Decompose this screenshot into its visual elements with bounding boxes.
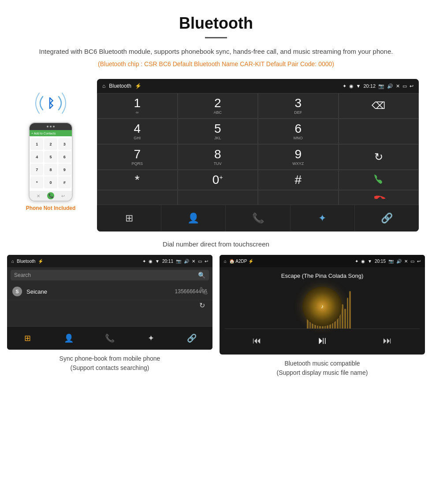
pb-spacer xyxy=(7,300,212,327)
svg-text:ᛒ: ᛒ xyxy=(47,97,55,110)
ms-app-name: 🏠 A2DP ⚡ xyxy=(229,259,253,264)
pb-right-call-icon[interactable]: 📞 xyxy=(199,287,208,295)
dial-key-8[interactable]: 8 TUV xyxy=(178,144,258,170)
refresh-key[interactable]: ↻ xyxy=(339,144,419,170)
ms-home-icon: ⌂ xyxy=(224,259,227,264)
dial-caption: Dial number direct from touchscreen xyxy=(0,236,432,255)
dial-key-2[interactable]: 2 ABC xyxy=(178,93,258,119)
phone-dial-area: 1 2 3 4 5 6 7 8 9 * 0 # xyxy=(30,136,72,191)
backspace-key[interactable]: ⌫ xyxy=(339,93,419,119)
vinyl-center: ♪ xyxy=(316,300,328,313)
phonebook-right-icons: 📞 ↻ xyxy=(199,287,208,310)
phonebook-contact-area: S Seicane 13566664466 📞 ↻ xyxy=(7,283,212,327)
title-divider xyxy=(205,37,227,38)
play-pause-button[interactable]: ⏯ xyxy=(317,334,328,347)
contact-avatar: S xyxy=(12,287,22,296)
status-right: ✦ ◉ ▼ 20:12 📷 🔊 ✕ ▭ ↩ xyxy=(343,83,413,89)
home-icon: ⌂ xyxy=(102,83,105,89)
dial-key-0[interactable]: 0+ xyxy=(178,170,258,190)
bluetooth-tab[interactable]: ✦ xyxy=(290,205,355,231)
ms-back-icon: ↩ xyxy=(417,259,421,264)
phonebook-screenshot-block: ⌂ Bluetooth ⚡ ✦ ◉ ▼ 20:11 📷 🔊 ✕ ▭ ↩ xyxy=(7,255,212,377)
dial-bottom-bar: ⊞ 👤 📞 ✦ 🔗 xyxy=(97,205,419,231)
pb-x-icon: ✕ xyxy=(192,259,195,264)
pb-bt-tab[interactable]: ✦ xyxy=(130,333,171,343)
vinyl-disc: ♪ xyxy=(302,287,342,326)
pb-screen-icon: ▭ xyxy=(198,259,202,264)
contacts-tab[interactable]: 👤 xyxy=(161,205,226,231)
dial-key-3[interactable]: 3 DEF xyxy=(258,93,339,119)
pb-status-bar: ⌂ Bluetooth ⚡ ✦ ◉ ▼ 20:11 📷 🔊 ✕ ▭ ↩ xyxy=(7,255,212,267)
dial-status-bar: ⌂ Bluetooth ⚡ ✦ ◉ ▼ 20:12 📷 🔊 ✕ ▭ ↩ xyxy=(97,79,419,93)
pb-dialpad-tab[interactable]: ⊞ xyxy=(7,333,48,343)
phonebook-caption: Sync phone-book from mobile phone (Suppo… xyxy=(60,354,160,373)
pb-signal-icon: ▼ xyxy=(155,259,160,264)
dial-key-4[interactable]: 4 GHI xyxy=(97,119,178,144)
ms-cam-icon: 📷 xyxy=(388,259,394,264)
screen-icon: ▭ xyxy=(402,83,407,89)
empty-key-4 xyxy=(258,190,339,205)
dialpad-tab[interactable]: ⊞ xyxy=(97,205,161,231)
pb-location-icon: ◉ xyxy=(149,259,153,264)
pb-bottom-bar: ⊞ 👤 📞 ✦ 🔗 xyxy=(7,327,212,350)
dial-key-6[interactable]: 6 MNO xyxy=(258,119,339,144)
phone-body: + Add to Contacts 1 2 3 4 5 6 7 8 9 * 0 … xyxy=(29,122,73,202)
dial-key-star[interactable]: * xyxy=(97,170,178,190)
phone-bottom-bar: ✕ 📞 ↩ xyxy=(30,191,72,201)
ms-x-icon: ✕ xyxy=(404,259,408,264)
music-note-icon: ♪ xyxy=(321,303,324,310)
pb-contacts-tab[interactable]: 👤 xyxy=(48,333,89,343)
pb-usb-icon: ⚡ xyxy=(38,259,43,264)
call-red-key[interactable] xyxy=(339,190,419,205)
calls-tab[interactable]: 📞 xyxy=(226,205,290,231)
empty-key-3 xyxy=(178,190,258,205)
empty-key-2 xyxy=(97,190,178,205)
ms-status-bar: ⌂ 🏠 A2DP ⚡ ✦ ◉ ▼ 20:15 📷 🔊 ✕ ▭ ↩ xyxy=(220,255,425,267)
dial-key-hash[interactable]: # xyxy=(258,170,339,190)
close-icon: ✕ xyxy=(396,83,400,89)
prev-button[interactable]: ⏮ xyxy=(253,336,261,346)
dial-section: ᛒ + Add to Contacts xyxy=(0,75,432,236)
dial-key-9[interactable]: 9 WXYZ xyxy=(258,144,339,170)
phone-notif-bar: + Add to Contacts xyxy=(30,130,72,136)
ms-loc-icon: ◉ xyxy=(361,259,365,264)
music-caption: Bluetooth music compatible (Support disp… xyxy=(277,359,368,377)
location-icon: ◉ xyxy=(349,83,354,89)
pb-link-tab[interactable]: 🔗 xyxy=(171,333,212,343)
phonebook-screen: ⌂ Bluetooth ⚡ ✦ ◉ ▼ 20:11 📷 🔊 ✕ ▭ ↩ xyxy=(7,255,212,350)
phone-not-included-label: Phone Not Included xyxy=(26,205,76,211)
status-app-name: Bluetooth xyxy=(109,83,131,89)
call-green-key[interactable] xyxy=(339,170,419,190)
pb-camera-icon: 📷 xyxy=(176,259,181,264)
link-tab[interactable]: 🔗 xyxy=(355,205,419,231)
page-title: Bluetooth xyxy=(18,14,414,33)
bluetooth-wave-icon: ᛒ xyxy=(33,88,68,119)
empty-key-1 xyxy=(339,119,419,144)
dial-key-5[interactable]: 5 JKL xyxy=(178,119,258,144)
pb-vol-icon: 🔊 xyxy=(184,259,189,264)
pb-home-icon: ⌂ xyxy=(11,259,14,264)
pb-app-name: Bluetooth xyxy=(17,259,35,264)
camera-icon: 📷 xyxy=(378,83,384,89)
dial-key-7[interactable]: 7 PQRS xyxy=(97,144,178,170)
phonebook-search-bar[interactable]: Search 🔍 xyxy=(11,270,209,280)
next-button[interactable]: ⏭ xyxy=(383,336,392,346)
pb-back-icon: ↩ xyxy=(205,259,208,264)
phone-mockup-area: ᛒ + Add to Contacts xyxy=(9,79,93,211)
pb-right-refresh-icon[interactable]: ↻ xyxy=(199,301,208,310)
bottom-screenshots: ⌂ Bluetooth ⚡ ✦ ◉ ▼ 20:11 📷 🔊 ✕ ▭ ↩ xyxy=(0,255,432,385)
usb-icon: ⚡ xyxy=(135,83,142,89)
dial-key-1[interactable]: 1 ∞ xyxy=(97,93,178,119)
ms-bt-icon: ✦ xyxy=(355,259,358,264)
song-title: Escape (The Pina Colada Song) xyxy=(281,273,363,279)
pb-bt-icon: ✦ xyxy=(142,259,146,264)
back-icon: ↩ xyxy=(410,83,413,89)
status-left: ⌂ Bluetooth ⚡ xyxy=(102,83,142,89)
pb-phone-tab[interactable]: 📞 xyxy=(89,333,130,343)
android-dial-screen: ⌂ Bluetooth ⚡ ✦ ◉ ▼ 20:12 📷 🔊 ✕ ▭ ↩ 1 ∞ xyxy=(97,79,419,231)
status-time: 20:12 xyxy=(363,83,376,89)
album-art-area: ♪ xyxy=(294,284,351,329)
dial-keypad-grid: 1 ∞ 2 ABC 3 DEF ⌫ 4 GHI 5 JKL 6 xyxy=(97,93,419,205)
music-body: Escape (The Pina Colada Song) xyxy=(220,267,425,355)
music-screenshot-block: ⌂ 🏠 A2DP ⚡ ✦ ◉ ▼ 20:15 📷 🔊 ✕ ▭ ↩ Escape xyxy=(220,255,425,377)
